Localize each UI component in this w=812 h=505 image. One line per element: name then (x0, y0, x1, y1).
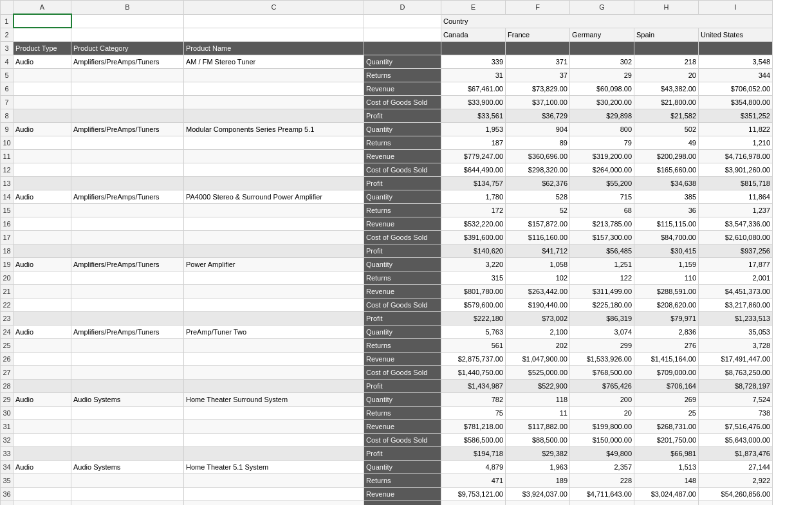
cell-product-name: PA4000 Stereo & Surround Power Amplifier (184, 190, 364, 203)
cell-a2 (14, 28, 71, 41)
cell-g-quantity: 3,074 (570, 325, 634, 338)
cell-i-quantity: 35,053 (699, 325, 773, 338)
cell-e-revenue: $801,780.00 (441, 284, 506, 298)
cell-e2-canada: Canada (441, 28, 506, 41)
cell-product-name (184, 500, 364, 505)
cell-i2-us: United States (699, 28, 773, 41)
cell-i-profit: $351,252 (699, 109, 773, 122)
cell-product-name (184, 284, 364, 298)
cell-product-category (71, 68, 184, 82)
rownum-32: 32 (1, 433, 14, 446)
col-f-header[interactable]: F (506, 1, 570, 15)
spreadsheet: A B C D E F G H I 1 Country (0, 0, 812, 505)
cell-h-returns: 25 (634, 406, 699, 419)
cell-product-category (71, 109, 184, 122)
cell-metric-label: Returns (364, 406, 441, 419)
col-i-header[interactable]: I (699, 1, 773, 15)
row-3: 3 Product Type Product Category Product … (1, 41, 773, 55)
cell-f-profit: $73,002 (506, 311, 570, 325)
cell-f-returns: 52 (506, 203, 570, 217)
cell-e-quantity: 1,780 (441, 190, 506, 203)
cell-metric-label: Quantity (364, 392, 441, 406)
col-e-header[interactable]: E (441, 1, 506, 15)
rownum-35: 35 (1, 473, 14, 487)
cell-product-name (184, 365, 364, 379)
table-row: 20Returns3151021221102,001 (1, 271, 773, 284)
cell-i-cost-of-goods-sold: $3,217,860.00 (699, 298, 773, 311)
cell-product-category (71, 149, 184, 163)
cell-g3 (570, 41, 634, 55)
table-row: 32Cost of Goods Sold$586,500.00$88,500.0… (1, 433, 773, 446)
cell-e-cost-of-goods-sold: $33,900.00 (441, 95, 506, 109)
cell-f-cost-of-goods-sold: $298,320.00 (506, 163, 570, 176)
cell-g-returns: 79 (570, 136, 634, 149)
rownum-18: 18 (1, 244, 14, 257)
cell-product-type (14, 230, 71, 244)
col-a-header[interactable]: A (14, 1, 71, 15)
cell-metric-label: Cost of Goods Sold (364, 433, 441, 446)
table-row: 9AudioAmplifiers/PreAmps/TunersModular C… (1, 122, 773, 136)
cell-f-quantity: 2,100 (506, 325, 570, 338)
table-row: 18Profit$140,620$41,712$56,485$30,415$93… (1, 244, 773, 257)
table-row: 33Profit$194,718$29,382$49,800$66,981$1,… (1, 446, 773, 460)
cell-f-quantity: 904 (506, 122, 570, 136)
cell-product-name (184, 82, 364, 95)
cell-f-cost-of-goods-sold: $88,500.00 (506, 433, 570, 446)
cell-g2-germany: Germany (570, 28, 634, 41)
cell-f-returns: 37 (506, 68, 570, 82)
cell-g-quantity: 800 (570, 122, 634, 136)
cell-e-profit: $222,180 (441, 311, 506, 325)
rownum-3: 3 (1, 41, 14, 55)
cell-e-revenue: $9,753,121.00 (441, 487, 506, 500)
table-row: 21Revenue$801,780.00$263,442.00$311,499.… (1, 284, 773, 298)
col-g-header[interactable]: G (570, 1, 634, 15)
col-c-header[interactable]: C (184, 1, 364, 15)
cell-g-profit: $55,200 (570, 176, 634, 190)
cell-product-category (71, 95, 184, 109)
cell-e1-country: Country (441, 14, 773, 28)
cell-g-quantity: 2,357 (570, 460, 634, 473)
rownum-29: 29 (1, 392, 14, 406)
cell-product-type (14, 176, 71, 190)
cell-g-returns: 299 (570, 338, 634, 352)
cell-product-name (184, 217, 364, 230)
cell-i-revenue: $4,716,978.00 (699, 149, 773, 163)
cell-h3 (634, 41, 699, 55)
cell-product-name (184, 136, 364, 149)
cell-h-cost-of-goods-sold: $84,700.00 (634, 230, 699, 244)
row-2: 2 Canada France Germany Spain United Sta… (1, 28, 773, 41)
cell-f-profit: $29,382 (506, 446, 570, 460)
cell-e-returns: 187 (441, 136, 506, 149)
cell-product-category (71, 230, 184, 244)
cell-metric-label: Quantity (364, 460, 441, 473)
cell-f-quantity: 118 (506, 392, 570, 406)
cell-h-quantity: 1,513 (634, 460, 699, 473)
rownum-36: 36 (1, 487, 14, 500)
cell-e-returns: 172 (441, 203, 506, 217)
table-row: 19AudioAmplifiers/PreAmps/TunersPower Am… (1, 257, 773, 271)
cell-product-type: Audio (14, 55, 71, 68)
rownum-8: 8 (1, 109, 14, 122)
cell-b1 (71, 14, 184, 28)
cell-product-category (71, 473, 184, 487)
cell-h-quantity: 385 (634, 190, 699, 203)
cell-product-category (71, 406, 184, 419)
cell-product-type (14, 406, 71, 419)
cell-product-category: Amplifiers/PreAmps/Tuners (71, 257, 184, 271)
cell-i-cost-of-goods-sold: $35,287,200.00 (699, 500, 773, 505)
col-d-header[interactable]: D (364, 1, 441, 15)
table-row: 25Returns5612022992763,728 (1, 338, 773, 352)
col-b-header[interactable]: B (71, 1, 184, 15)
cell-product-category (71, 244, 184, 257)
cell-product-name (184, 419, 364, 433)
cell-product-category (71, 365, 184, 379)
cell-product-category (71, 311, 184, 325)
table-row: 34AudioAudio SystemsHome Theater 5.1 Sys… (1, 460, 773, 473)
table-row: 5Returns31372920344 (1, 68, 773, 82)
cell-a1[interactable] (14, 14, 71, 28)
col-h-header[interactable]: H (634, 1, 699, 15)
cell-h-profit: $34,638 (634, 176, 699, 190)
cell-metric-label: Returns (364, 473, 441, 487)
cell-h-quantity: 1,159 (634, 257, 699, 271)
cell-product-name (184, 176, 364, 190)
